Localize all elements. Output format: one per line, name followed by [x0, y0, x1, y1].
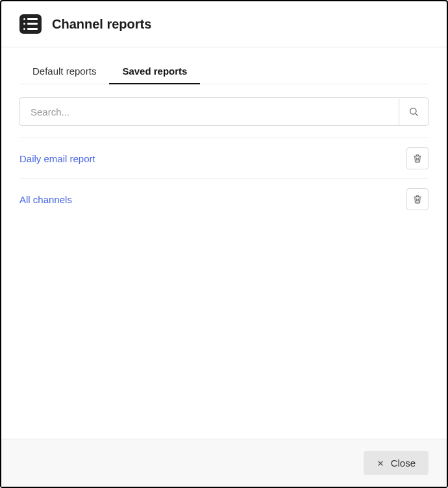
modal-title: Channel reports: [52, 17, 151, 32]
search-row: [19, 97, 429, 126]
tabs: Default reports Saved reports: [19, 60, 429, 84]
close-button-label: Close: [391, 458, 416, 469]
report-link[interactable]: All channels: [19, 194, 72, 205]
channel-reports-modal: Channel reports Default reports Saved re…: [0, 0, 448, 488]
close-icon: [377, 459, 384, 467]
tab-saved-reports[interactable]: Saved reports: [109, 60, 200, 84]
delete-report-button[interactable]: [406, 147, 429, 169]
report-link[interactable]: Daily email report: [19, 153, 95, 164]
search-button[interactable]: [399, 97, 429, 126]
list-item: Daily email report: [19, 138, 429, 178]
list-icon: [19, 14, 42, 34]
modal-body: Default reports Saved reports Daily emai…: [1, 47, 447, 439]
delete-report-button[interactable]: [406, 188, 429, 210]
search-icon: [408, 106, 419, 117]
search-input[interactable]: [19, 97, 399, 126]
list-item: All channels: [19, 178, 429, 219]
modal-footer: Close: [1, 439, 447, 487]
saved-reports-list: Daily email report All channels: [19, 138, 429, 219]
svg-line-1: [416, 114, 417, 116]
svg-point-0: [410, 108, 416, 114]
tab-default-reports[interactable]: Default reports: [19, 60, 109, 84]
close-button[interactable]: Close: [364, 451, 429, 475]
trash-icon: [413, 154, 422, 163]
trash-icon: [413, 195, 422, 204]
modal-header: Channel reports: [1, 1, 447, 47]
